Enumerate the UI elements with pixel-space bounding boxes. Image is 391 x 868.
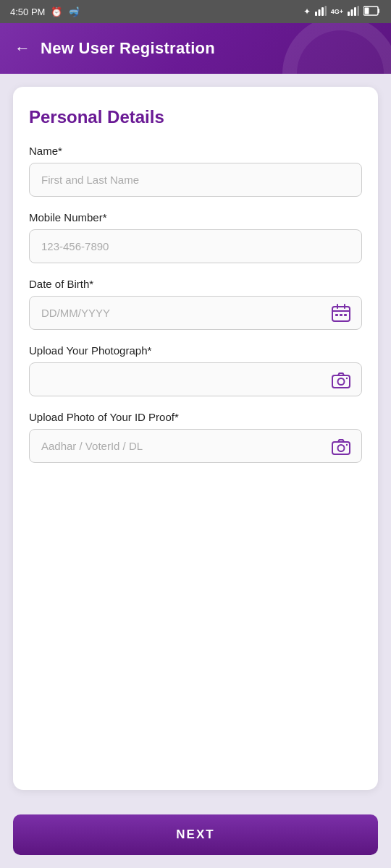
bottom-bar: NEXT xyxy=(0,804,391,868)
signal-icon-2 xyxy=(348,6,359,18)
dob-label: Date of Birth* xyxy=(29,278,362,290)
status-bar-right: ✦ 4G+ xyxy=(303,6,381,18)
status-time: 4:50 PM xyxy=(10,7,45,17)
idproof-input-wrapper[interactable] xyxy=(29,429,362,463)
svg-rect-17 xyxy=(332,442,350,454)
photograph-input[interactable] xyxy=(30,363,321,396)
header: ← New User Registration xyxy=(0,23,391,74)
battery-icon xyxy=(363,6,381,18)
alarm-icon: ⏰ xyxy=(51,7,62,17)
idproof-input[interactable] xyxy=(30,430,321,462)
dob-input[interactable] xyxy=(30,297,321,329)
status-bar: 4:50 PM ⏰ 🤿 ✦ 4G+ xyxy=(0,0,391,23)
calendar-icon[interactable] xyxy=(321,303,361,323)
page-title: New User Registration xyxy=(41,39,215,58)
svg-point-15 xyxy=(338,378,345,385)
svg-rect-12 xyxy=(340,314,342,316)
mobile-field-group: Mobile Number* xyxy=(29,211,362,263)
svg-rect-13 xyxy=(344,314,347,316)
dob-field-group: Date of Birth* xyxy=(29,278,362,330)
form-card: Personal Details Name* Mobile Number* Da… xyxy=(13,87,378,790)
svg-rect-7 xyxy=(358,6,360,16)
name-label: Name* xyxy=(29,145,362,157)
next-button[interactable]: NEXT xyxy=(13,814,378,855)
photograph-field-group: Upload Your Photograph* xyxy=(29,344,362,396)
bluetooth-icon: ✦ xyxy=(303,7,311,17)
signal-icon-1 xyxy=(315,6,327,18)
idproof-label: Upload Photo of Your ID Proof* xyxy=(29,411,362,423)
svg-rect-0 xyxy=(315,12,317,16)
svg-rect-1 xyxy=(318,9,320,16)
svg-rect-2 xyxy=(321,7,324,16)
svg-rect-4 xyxy=(348,12,350,16)
person-icon: 🤿 xyxy=(68,7,80,17)
back-button[interactable]: ← xyxy=(14,41,30,56)
mobile-input-wrapper xyxy=(29,229,362,263)
svg-rect-5 xyxy=(351,9,353,16)
svg-rect-3 xyxy=(324,6,327,16)
camera-icon-idproof[interactable] xyxy=(321,436,361,456)
svg-point-16 xyxy=(346,377,348,378)
svg-rect-9 xyxy=(365,7,369,14)
status-bar-left: 4:50 PM ⏰ 🤿 xyxy=(10,7,80,17)
photograph-label: Upload Your Photograph* xyxy=(29,344,362,357)
main-content: Personal Details Name* Mobile Number* Da… xyxy=(0,74,391,804)
name-input-wrapper xyxy=(29,163,362,197)
mobile-label: Mobile Number* xyxy=(29,211,362,224)
svg-rect-6 xyxy=(354,7,356,16)
idproof-field-group: Upload Photo of Your ID Proof* xyxy=(29,411,362,463)
svg-point-18 xyxy=(338,445,345,451)
network-badge-1: 4G+ xyxy=(331,8,343,15)
camera-icon-photograph[interactable] xyxy=(321,370,361,390)
svg-rect-14 xyxy=(332,375,350,388)
svg-rect-11 xyxy=(335,314,338,316)
photograph-input-wrapper[interactable] xyxy=(29,362,362,396)
name-field-group: Name* xyxy=(29,145,362,197)
svg-point-19 xyxy=(346,443,348,445)
dob-input-wrapper[interactable] xyxy=(29,296,362,330)
name-input[interactable] xyxy=(30,163,361,196)
section-title: Personal Details xyxy=(29,107,362,127)
mobile-input[interactable] xyxy=(30,230,361,263)
